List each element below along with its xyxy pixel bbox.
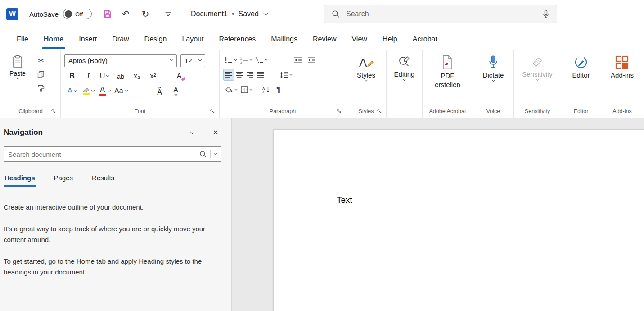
subscript-button[interactable]: x₂ xyxy=(129,70,144,82)
dictate-button[interactable]: Dictate xyxy=(480,54,507,81)
bullets-button[interactable] xyxy=(223,54,239,66)
undo-button[interactable]: ↶ xyxy=(118,6,133,22)
create-pdf-button[interactable]: PDF erstellen xyxy=(432,54,463,90)
title-separator: • xyxy=(232,10,234,18)
clear-formatting-button[interactable]: A xyxy=(171,70,187,82)
editing-button[interactable]: Editing xyxy=(392,54,418,80)
chevron-down-icon xyxy=(170,58,173,61)
strikethrough-button[interactable]: ab xyxy=(113,70,128,82)
increase-indent-button[interactable] xyxy=(306,54,318,66)
align-center-button[interactable] xyxy=(234,69,245,81)
search-options-chevron-icon[interactable] xyxy=(214,151,217,155)
nav-tab-pages[interactable]: Pages xyxy=(53,174,74,187)
decrease-indent-button[interactable] xyxy=(293,54,304,66)
bold-button[interactable]: B xyxy=(64,70,80,82)
document-page[interactable]: Text xyxy=(273,129,644,311)
save-button[interactable] xyxy=(100,6,115,22)
tab-acrobat[interactable]: Acrobat xyxy=(405,28,445,50)
customize-quick-access-button[interactable] xyxy=(160,6,176,22)
underline-button[interactable]: U xyxy=(97,70,112,82)
font-family-combobox[interactable]: Aptos (Body) xyxy=(64,54,177,67)
align-left-icon xyxy=(225,72,232,78)
editor-label: Editor xyxy=(572,71,590,79)
sort-button[interactable]: A Z xyxy=(260,84,272,96)
document-search-box[interactable] xyxy=(4,146,221,162)
sensitivity-button[interactable]: Sensitivity xyxy=(519,54,555,80)
numbered-list-icon: 1 2 3 xyxy=(240,57,248,64)
tab-home[interactable]: Home xyxy=(36,28,71,50)
font-color-button[interactable]: A xyxy=(97,85,112,97)
word-logo[interactable]: W xyxy=(6,8,18,20)
tab-view[interactable]: View xyxy=(344,28,374,50)
clipboard-dialog-launcher[interactable] xyxy=(50,108,57,114)
nav-tab-results[interactable]: Results xyxy=(91,174,115,187)
tab-references[interactable]: References xyxy=(211,28,263,50)
font-dialog-launcher[interactable] xyxy=(209,108,216,114)
redo-button[interactable]: ↻ xyxy=(138,6,153,22)
tab-help[interactable]: Help xyxy=(375,28,405,50)
nav-help-paragraph: It's a great way to keep track of where … xyxy=(4,224,220,245)
chevron-down-icon xyxy=(365,78,368,82)
line-spacing-button[interactable] xyxy=(278,69,294,81)
nav-tab-headings[interactable]: Headings xyxy=(4,174,36,187)
document-text[interactable]: Text xyxy=(337,195,352,205)
undo-icon: ↶ xyxy=(122,9,130,19)
format-painter-button[interactable] xyxy=(34,82,48,94)
change-case-button[interactable]: Aa xyxy=(113,85,129,97)
numbering-button[interactable]: 1 2 3 xyxy=(239,54,254,66)
navigation-close-button[interactable]: ✕ xyxy=(211,128,221,137)
copy-button[interactable] xyxy=(34,69,48,80)
grow-font-button[interactable]: A xyxy=(152,85,167,97)
shading-button[interactable] xyxy=(223,84,239,96)
justify-button[interactable] xyxy=(256,69,266,81)
borders-button[interactable] xyxy=(239,84,254,96)
copy-icon xyxy=(37,71,45,78)
align-right-button[interactable] xyxy=(245,69,256,81)
tab-review[interactable]: Review xyxy=(305,28,344,50)
document-canvas[interactable]: Text xyxy=(232,118,644,311)
shrink-font-button[interactable]: A xyxy=(168,85,184,97)
paste-button[interactable]: Paste xyxy=(5,54,31,94)
document-title-menu[interactable]: Document1 • Saved xyxy=(191,10,267,18)
text-cursor xyxy=(353,194,354,206)
styles-button[interactable]: A Styles xyxy=(354,54,378,81)
align-left-button[interactable] xyxy=(223,69,234,81)
highlight-button[interactable] xyxy=(81,85,96,97)
document-search-input[interactable] xyxy=(8,151,196,158)
tab-file[interactable]: File xyxy=(9,28,36,50)
chevron-down-icon xyxy=(289,72,293,75)
group-label-sensitivity: Sensitivity xyxy=(518,105,557,114)
search-box[interactable] xyxy=(324,5,557,23)
superscript-button[interactable]: x² xyxy=(145,70,161,82)
addins-button[interactable]: Add-ins xyxy=(608,54,636,79)
navigation-collapse-button[interactable] xyxy=(187,128,197,137)
styles-dialog-launcher[interactable] xyxy=(376,108,383,114)
scissors-icon: ✂ xyxy=(38,56,44,65)
addins-grid-icon xyxy=(615,55,629,69)
tab-mailings[interactable]: Mailings xyxy=(263,28,305,50)
text-effects-button[interactable]: A xyxy=(64,85,80,97)
search-icon[interactable] xyxy=(199,151,207,158)
highlighter-icon xyxy=(82,87,90,92)
font-size-combobox[interactable]: 12 xyxy=(180,54,205,67)
italic-button[interactable]: I xyxy=(81,70,96,82)
paragraph-dialog-launcher[interactable] xyxy=(336,108,342,114)
chevron-down-icon xyxy=(249,87,252,90)
nav-help-paragraph: Create an interactive outline of your do… xyxy=(4,202,220,213)
tab-layout[interactable]: Layout xyxy=(174,28,211,50)
cut-button[interactable]: ✂ xyxy=(34,55,48,66)
tab-draw[interactable]: Draw xyxy=(104,28,136,50)
tab-insert[interactable]: Insert xyxy=(71,28,104,50)
sort-icon: A Z xyxy=(262,86,270,94)
create-pdf-label-line1: PDF xyxy=(441,72,454,79)
bullet-list-icon xyxy=(225,57,233,64)
editor-icon xyxy=(574,55,588,69)
multilevel-list-button[interactable] xyxy=(254,54,269,66)
autosave-toggle[interactable]: Off xyxy=(63,9,92,19)
search-input[interactable] xyxy=(346,10,536,18)
microphone-icon[interactable] xyxy=(542,9,549,18)
show-formatting-button[interactable]: ¶ xyxy=(275,84,283,96)
editor-button[interactable]: Editor xyxy=(569,54,592,79)
ribbon-group-paragraph: 1 2 3 xyxy=(220,50,346,118)
tab-design[interactable]: Design xyxy=(137,28,175,50)
